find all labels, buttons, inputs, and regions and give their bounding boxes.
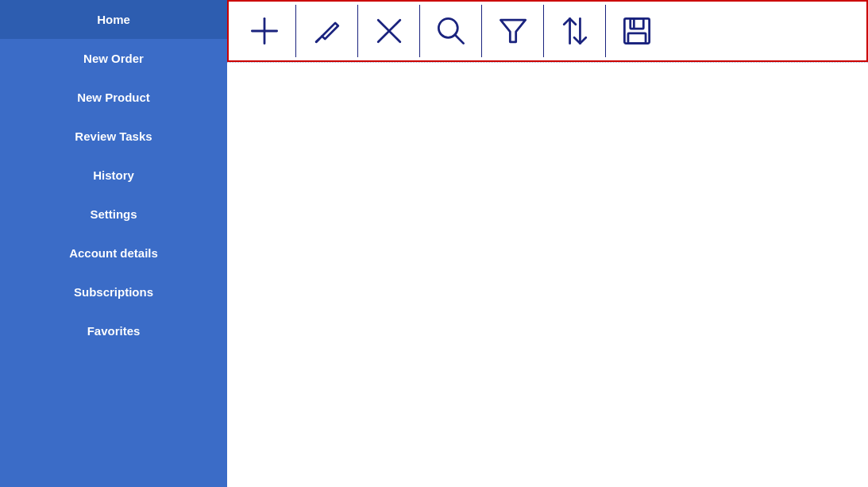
svg-marker-8 bbox=[500, 20, 525, 42]
filter-button[interactable] bbox=[481, 5, 543, 57]
toolbar bbox=[227, 0, 868, 62]
svg-line-7 bbox=[454, 35, 463, 44]
add-button[interactable] bbox=[233, 5, 295, 57]
svg-line-3 bbox=[316, 39, 319, 42]
main-content bbox=[227, 0, 868, 487]
sidebar-item-new-product[interactable]: New Product bbox=[0, 78, 227, 117]
sidebar: HomeNew OrderNew ProductReview TasksHist… bbox=[0, 0, 227, 487]
sidebar-item-favorites[interactable]: Favorites bbox=[0, 311, 227, 350]
sidebar-item-history[interactable]: History bbox=[0, 156, 227, 195]
sidebar-item-review-tasks[interactable]: Review Tasks bbox=[0, 117, 227, 156]
content-area bbox=[227, 62, 868, 487]
delete-button[interactable] bbox=[357, 5, 419, 57]
save-button[interactable] bbox=[605, 5, 667, 57]
sidebar-item-account-details[interactable]: Account details bbox=[0, 234, 227, 272]
sort-button[interactable] bbox=[543, 5, 605, 57]
svg-rect-12 bbox=[630, 18, 643, 29]
sidebar-item-settings[interactable]: Settings bbox=[0, 195, 227, 234]
sidebar-item-home[interactable]: Home bbox=[0, 0, 227, 39]
edit-button[interactable] bbox=[295, 5, 357, 57]
svg-rect-13 bbox=[627, 33, 645, 44]
search-button[interactable] bbox=[419, 5, 481, 57]
sidebar-item-new-order[interactable]: New Order bbox=[0, 39, 227, 78]
sidebar-item-subscriptions[interactable]: Subscriptions bbox=[0, 272, 227, 311]
